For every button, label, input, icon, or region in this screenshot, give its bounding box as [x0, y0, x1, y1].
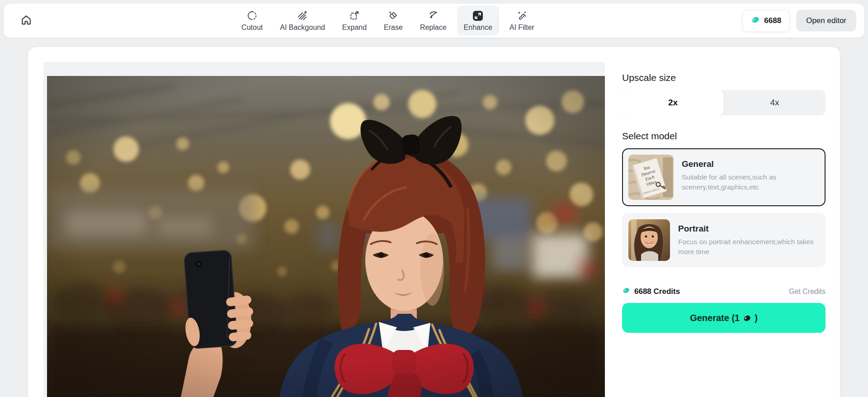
tool-replace[interactable]: Replace — [413, 6, 453, 35]
model-description: Suitable for all scenes,such as scenery,… — [682, 172, 808, 193]
tool-label: AI Backgound — [280, 24, 325, 32]
credits-badge-value: 6688 — [764, 16, 781, 25]
model-card-general[interactable]: You Deserve Each Other SARAH HOGLE Gener… — [622, 148, 826, 206]
upscale-segmented-control: 2x 4x — [622, 90, 826, 115]
home-button[interactable] — [17, 12, 35, 30]
tool-cutout[interactable]: Cutout — [235, 6, 269, 35]
model-description: Focus on portrait enhancement,which take… — [678, 237, 818, 257]
enhance-panel: Upscale size 2x 4x Select model — [622, 72, 826, 333]
generate-button[interactable]: Generate (1 ) — [622, 303, 826, 333]
get-credits-link[interactable]: Get Credits — [789, 288, 826, 296]
portrait-model-thumbnail — [628, 219, 670, 261]
tool-label: AI Filter — [509, 24, 534, 32]
credits-row: 6688 Credits Get Credits — [622, 286, 826, 297]
enhance-icon — [472, 9, 484, 22]
cost-bean-icon — [743, 314, 751, 322]
credit-bean-icon — [751, 15, 760, 26]
open-editor-button[interactable]: Open editor — [796, 10, 856, 32]
generate-label-prefix: Generate (1 — [690, 313, 740, 323]
home-icon — [20, 14, 33, 28]
top-toolbar: Cutout AI Backgound Expand — [4, 4, 864, 38]
ai-filter-icon — [516, 9, 528, 22]
tool-erase[interactable]: Erase — [377, 6, 410, 35]
replace-icon — [428, 9, 439, 22]
model-card-portrait[interactable]: Portrait Focus on portrait enhancement,w… — [622, 213, 826, 267]
tool-tabs: Cutout AI Backgound Expand — [235, 4, 541, 38]
credits-count-label: 6688 Credits — [634, 287, 680, 296]
header-right: 6688 Open editor — [742, 9, 856, 32]
upscale-option-4x[interactable]: 4x — [724, 90, 826, 115]
tool-label: Erase — [384, 24, 403, 32]
tool-label: Expand — [342, 24, 367, 32]
tool-enhance[interactable]: Enhance — [457, 6, 499, 35]
model-title: General — [682, 159, 808, 169]
model-title: Portrait — [678, 224, 818, 234]
select-model-heading: Select model — [622, 131, 826, 142]
tool-label: Replace — [420, 24, 447, 32]
general-model-thumbnail: You Deserve Each Other SARAH HOGLE — [628, 155, 674, 200]
upscale-heading: Upscale size — [622, 72, 826, 83]
tool-label: Cutout — [241, 24, 263, 32]
generate-label-suffix: ) — [755, 313, 758, 323]
credit-bean-icon — [622, 286, 630, 297]
photo-illustration — [47, 76, 605, 397]
upscale-option-2x[interactable]: 2x — [622, 90, 724, 115]
canvas-area[interactable] — [43, 62, 605, 397]
tool-label: Enhance — [464, 24, 492, 32]
tool-ai-background[interactable]: AI Backgound — [273, 6, 332, 35]
ai-background-icon — [297, 9, 308, 22]
tool-expand[interactable]: Expand — [335, 6, 373, 35]
credits-badge[interactable]: 6688 — [742, 9, 790, 32]
expand-icon — [349, 9, 360, 22]
canvas-photo — [47, 76, 605, 397]
cutout-icon — [246, 9, 258, 22]
tool-ai-filter[interactable]: AI Filter — [503, 6, 541, 35]
content-card: Upscale size 2x 4x Select model — [28, 47, 840, 397]
erase-icon — [388, 9, 399, 22]
